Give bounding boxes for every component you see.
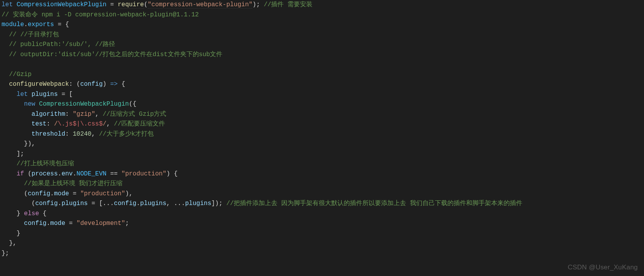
code-line: //如果是上线环境 我们才进行压缩 (2, 180, 122, 187)
code-line: ]; (2, 150, 24, 157)
watermark: CSDN @User_XuKang (568, 262, 638, 272)
code-line: let plugins = [ (2, 91, 73, 98)
code-line: algorithm: "gzip", //压缩方式 Gzip方式 (2, 111, 166, 118)
code-line: //打上线环境包压缩 (2, 160, 74, 167)
code-line: config.mode = "development"; (2, 220, 129, 227)
code-line: if (process.env.NODE_EVN == "production"… (2, 170, 177, 177)
code-line: (config.mode = "production"), (2, 190, 133, 197)
code-line: (config.plugins = [...config.plugins, ..… (2, 200, 522, 207)
code-line: // 安装命令 npm i -D compression-webpack-plu… (2, 11, 199, 18)
code-line: }; (2, 250, 9, 257)
code-line: }), (2, 140, 35, 147)
code-line: } (2, 230, 20, 237)
code-line: }, (2, 240, 16, 247)
code-line: configureWebpack: (config) => { (2, 81, 125, 88)
code-line: } else { (2, 210, 46, 217)
code-line: //Gzip (2, 71, 32, 78)
code-line: new CompressionWebpackPlugin({ (2, 101, 137, 108)
code-line: // //子目录打包 (2, 31, 59, 38)
code-line: threshold: 10240, //大于多少k才打包 (2, 131, 154, 138)
code-line: let CompressionWebpackPlugin = require("… (2, 1, 312, 9)
code-line: test: /\.js$|\.css$/, //匹配要压缩文件 (2, 120, 165, 127)
code-line: module.exports = { (2, 21, 69, 28)
code-line: // outputDir:'dist/sub'//打包之后的文件在dist文件夹… (2, 51, 222, 58)
code-line: // publicPath:'/sub/', //路径 (2, 41, 115, 48)
code-editor[interactable]: let CompressionWebpackPlugin = require("… (0, 0, 644, 258)
